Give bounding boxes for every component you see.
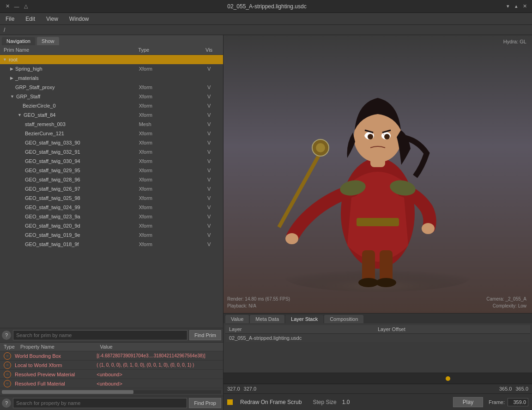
tree-row[interactable]: GEO_staff_twig_018_9f Xform V [0, 240, 223, 249]
tree-row[interactable]: ▶ GRP_Staff_proxy Xform V [0, 83, 223, 92]
tree-row[interactable]: GEO_staff_twig_028_96 Xform V [0, 175, 223, 184]
property-panel: Type Property Name Value ○ World Boundin… [0, 342, 223, 396]
tab-value[interactable]: Value [225, 315, 249, 323]
property-type-icon: ○ [4, 380, 11, 387]
property-row[interactable]: ○ World Bounding Box [(-4.68728073909170… [0, 351, 223, 361]
prop-help-button[interactable]: ? [2, 398, 11, 408]
expand-icon[interactable]: ▼ [18, 113, 22, 117]
timeline-playhead[interactable] [446, 376, 450, 381]
expand-icon[interactable]: ▴ [513, 3, 520, 10]
menu-edit[interactable]: Edit [24, 15, 37, 23]
prop-col-type: Type [4, 344, 20, 350]
property-scrollbar[interactable] [2, 390, 221, 394]
tree-row[interactable]: GEO_staff_twig_026_97 Xform V [0, 184, 223, 193]
svg-point-6 [316, 143, 325, 152]
find-prop-button[interactable]: Find Prop [189, 398, 221, 408]
prop-col-value: Value [100, 344, 219, 350]
tree-row[interactable]: GEO_staff_twig_020_9d Xform V [0, 221, 223, 230]
character-svg [224, 35, 532, 313]
minimize-icon[interactable]: — [13, 3, 20, 10]
frame-range-start2: 327.0 [244, 386, 257, 392]
timeline-track[interactable] [224, 373, 532, 384]
tree-row[interactable]: GEO_staff_twig_032_91 Xform V [0, 147, 223, 157]
menu-file[interactable]: File [4, 15, 16, 23]
titlebar-window-icons[interactable]: ✕ — △ [4, 3, 30, 10]
titlebar-close-icon[interactable]: ✕ [521, 3, 528, 10]
find-prim-button[interactable]: Find Prim [189, 330, 221, 340]
layer-offset-col: Layer Offset [378, 326, 526, 332]
tree-row[interactable]: ▼ GRP_Staff Xform V [0, 92, 223, 101]
detail-panel: Value Meta Data Layer Stack Composition … [224, 313, 532, 373]
tab-composition[interactable]: Composition [324, 315, 363, 323]
svg-point-2 [285, 233, 298, 244]
tree-row[interactable]: BezierCurve_121 Xform V [0, 129, 223, 138]
svg-rect-10 [380, 250, 393, 283]
layer-col: Layer [229, 326, 378, 332]
property-row[interactable]: ○ Resolved Full Material <unbound> [0, 379, 223, 388]
menu-window[interactable]: Window [67, 15, 91, 23]
property-name: Local to World Xform [15, 362, 97, 368]
expand-icon[interactable]: ▶ [10, 76, 13, 80]
property-scrollbar-thumb[interactable] [2, 390, 133, 394]
search-property-input[interactable] [13, 398, 187, 408]
frame-input[interactable] [508, 398, 528, 406]
prop-col-name: Property Name [20, 344, 100, 350]
svg-point-3 [422, 223, 435, 234]
maximize-icon[interactable]: △ [22, 3, 30, 10]
collapse-icon[interactable]: ▾ [504, 3, 512, 10]
svg-point-18 [384, 134, 390, 139]
tree-row[interactable]: ▼ GEO_staff_84 Xform V [0, 110, 223, 120]
property-row[interactable]: ○ Resolved Preview Material <unbound> [0, 370, 223, 379]
property-row[interactable]: ○ Local to World Xform ( (1, 0, 0, 0), (… [0, 361, 223, 370]
tree-row[interactable]: staff_remesh_003 Mesh V [0, 120, 223, 129]
property-type-icon: ○ [4, 352, 11, 360]
redraw-label: Redraw On Frame Scrub [240, 399, 302, 405]
timeline-bar [224, 373, 532, 384]
tree-col-name: Prim Name [4, 47, 138, 53]
frame-label: Frame: [489, 399, 505, 405]
property-name: World Bounding Box [15, 353, 97, 359]
tree-row[interactable]: GEO_staff_twig_033_90 Xform V [0, 138, 223, 147]
viewport[interactable]: Hydra: GL Render: 14.80 ms (67.55 FPS) P… [224, 35, 532, 313]
tree-header: Prim Name Type Vis [0, 45, 223, 55]
menubar: File Edit View Window [0, 13, 532, 25]
tab-metadata[interactable]: Meta Data [250, 315, 284, 323]
property-type-icon: ○ [4, 362, 11, 369]
tab-show[interactable]: Show [37, 37, 59, 45]
tree-row[interactable]: GEO_staff_twig_019_9e Xform V [0, 230, 223, 240]
tree-row[interactable]: ▶ Spring_high Xform V [0, 64, 223, 73]
tree-row[interactable]: GEO_staff_twig_030_94 Xform V [0, 157, 223, 166]
tree-row[interactable]: ▶ _materials [0, 73, 223, 83]
redraw-checkbox[interactable] [227, 399, 233, 405]
search-help-button[interactable]: ? [2, 331, 11, 340]
expand-icon[interactable]: ▼ [10, 94, 14, 99]
viewport-background [224, 35, 532, 313]
search-prim-input[interactable] [13, 330, 187, 340]
layer-offset [378, 335, 526, 341]
tree-row[interactable]: GEO_staff_twig_029_95 Xform V [0, 166, 223, 175]
tree-row[interactable]: ▶ BezierCircle_0 Xform V [0, 101, 223, 110]
property-header: Type Property Name Value [0, 343, 223, 351]
tab-navigation[interactable]: Navigation [2, 37, 35, 45]
playback-stat: Playback: N/A [227, 302, 290, 309]
expand-icon[interactable]: ▶ [10, 66, 13, 71]
tree-col-vis: Vis [206, 47, 219, 53]
tree-row[interactable]: GEO_staff_twig_024_99 Xform V [0, 203, 223, 212]
tree-row[interactable]: ▼ root [0, 55, 223, 64]
svg-point-21 [364, 134, 367, 137]
main-layout: Navigation Show Prim Name Type Vis ▼ roo… [0, 35, 532, 410]
expand-icon[interactable]: ▼ [3, 57, 7, 62]
property-name: Resolved Preview Material [15, 372, 97, 377]
tab-layer-stack[interactable]: Layer Stack [285, 315, 323, 323]
titlebar-controls[interactable]: ▾ ▴ ✕ [504, 3, 528, 10]
play-button[interactable]: Play [453, 397, 483, 407]
render-time: Render: 14.80 ms (67.55 FPS) [227, 295, 290, 302]
layer-row[interactable]: 02_055_A-stripped.lighting.usdc [225, 334, 530, 342]
menu-view[interactable]: View [44, 15, 60, 23]
hydra-label: Hydra: GL [503, 39, 526, 44]
tree-row[interactable]: GEO_staff_twig_023_9a Xform V [0, 212, 223, 221]
detail-content: Layer Layer Offset 02_055_A-stripped.lig… [224, 323, 532, 373]
close-icon[interactable]: ✕ [4, 3, 11, 10]
tree-row[interactable]: GEO_staff_twig_025_98 Xform V [0, 193, 223, 203]
left-panel: Navigation Show Prim Name Type Vis ▼ roo… [0, 35, 224, 410]
